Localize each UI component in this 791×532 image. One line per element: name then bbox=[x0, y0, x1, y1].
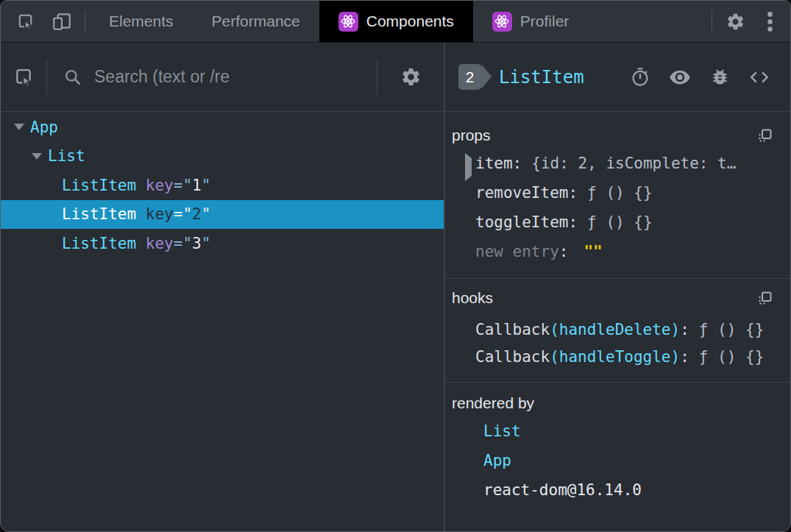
hook-name: (handleToggle) bbox=[550, 348, 680, 366]
gear-icon bbox=[400, 66, 422, 88]
device-toolbar-icon bbox=[52, 11, 72, 32]
react-logo-icon bbox=[492, 12, 512, 32]
props-section: props item:{id: 2, isComplete: t… remove… bbox=[445, 112, 790, 279]
key-attr: key bbox=[146, 235, 174, 252]
devtools-window: Elements Performance Components Profiler bbox=[0, 0, 791, 532]
hook-value: ƒ () {} bbox=[699, 321, 765, 338]
components-panel: App List ListItem key="1" ListItem key="… bbox=[1, 43, 790, 531]
tree-toolbar bbox=[1, 43, 444, 112]
prop-row-new-entry[interactable]: new entry:"" bbox=[445, 237, 790, 266]
tree-row-list[interactable]: List bbox=[1, 142, 444, 171]
hook-row-handledelete[interactable]: Callback(handleDelete):ƒ () {} bbox=[445, 316, 790, 343]
key-attr: key bbox=[146, 177, 174, 194]
rendered-by-react-dom-version: react-dom@16.14.0 bbox=[445, 475, 790, 505]
component-name: ListItem bbox=[62, 177, 136, 194]
more-options-button[interactable] bbox=[753, 1, 786, 42]
rendered-by-app-link[interactable]: App bbox=[445, 446, 790, 475]
inspector-toolbar: 2 ListItem bbox=[445, 43, 790, 112]
prop-row-toggleitem[interactable]: toggleItem:ƒ () {} bbox=[445, 208, 790, 237]
hook-name: (handleDelete) bbox=[550, 321, 680, 338]
hook-row-handletoggle[interactable]: Callback(handleToggle):ƒ () {} bbox=[445, 343, 790, 370]
component-name: ListItem bbox=[62, 235, 136, 252]
eye-icon bbox=[669, 66, 691, 88]
prop-value: ƒ () {} bbox=[587, 213, 653, 231]
component-tree: App List ListItem key="1" ListItem key="… bbox=[1, 112, 444, 531]
tab-label: Components bbox=[366, 13, 454, 30]
bug-icon bbox=[710, 67, 730, 87]
inspect-element-button[interactable] bbox=[7, 1, 43, 42]
inspect-cursor-icon bbox=[15, 12, 35, 32]
search-input[interactable] bbox=[94, 67, 377, 87]
code-brackets-icon bbox=[748, 66, 770, 88]
tab-label: Profiler bbox=[520, 13, 570, 30]
prop-value: {id: 2, isComplete: t… bbox=[531, 155, 736, 172]
key-attr: key bbox=[146, 205, 174, 223]
toggle-device-toolbar-button[interactable] bbox=[43, 1, 80, 42]
copy-icon bbox=[756, 290, 773, 306]
hooks-section: hooks Callback(handleDelete):ƒ () {} Cal… bbox=[445, 279, 790, 383]
component-name: ListItem bbox=[62, 205, 136, 223]
copy-icon bbox=[756, 127, 773, 143]
copy-hooks-button[interactable] bbox=[756, 290, 773, 306]
settings-button[interactable] bbox=[717, 1, 753, 42]
tab-elements[interactable]: Elements bbox=[90, 1, 193, 42]
tab-profiler[interactable]: Profiler bbox=[473, 1, 589, 42]
search-icon bbox=[63, 68, 82, 87]
search-bar bbox=[63, 67, 377, 87]
expander-icon[interactable] bbox=[11, 124, 30, 130]
gear-icon bbox=[726, 12, 745, 32]
expander-icon[interactable] bbox=[461, 158, 472, 176]
devtools-tab-bar: Elements Performance Components Profiler bbox=[1, 1, 790, 43]
prop-row-item[interactable]: item:{id: 2, isComplete: t… bbox=[445, 149, 790, 178]
tab-components[interactable]: Components bbox=[319, 1, 473, 42]
tab-label: Performance bbox=[212, 13, 300, 30]
key-value: 3 bbox=[192, 235, 202, 252]
react-logo-icon bbox=[338, 12, 358, 32]
divider bbox=[46, 60, 47, 95]
prop-value: ƒ () {} bbox=[587, 184, 653, 202]
component-name: App bbox=[30, 118, 58, 136]
hook-value: ƒ () {} bbox=[699, 348, 765, 366]
inspector-panel: 2 ListItem bbox=[445, 43, 790, 531]
props-section-title: props bbox=[452, 127, 491, 144]
tree-row-app[interactable]: App bbox=[1, 113, 444, 142]
hooks-section-title: hooks bbox=[452, 289, 493, 307]
expander-icon[interactable] bbox=[29, 153, 48, 160]
divider bbox=[712, 11, 712, 32]
tree-row-listitem-2-selected[interactable]: ListItem key="2" bbox=[1, 200, 444, 230]
owners-count-badge[interactable]: 2 bbox=[458, 64, 481, 90]
prop-row-removeitem[interactable]: removeItem:ƒ () {} bbox=[445, 178, 790, 208]
tab-label: Elements bbox=[109, 13, 174, 30]
select-component-button[interactable] bbox=[1, 66, 46, 88]
stopwatch-icon bbox=[630, 67, 650, 88]
key-value: 2 bbox=[192, 205, 202, 223]
component-name: List bbox=[48, 147, 85, 165]
copy-props-button[interactable] bbox=[756, 127, 773, 143]
selected-component-title: ListItem bbox=[499, 67, 584, 88]
rendered-by-section-title: rendered by bbox=[452, 394, 534, 412]
key-value: 1 bbox=[192, 177, 202, 194]
inspect-cursor-icon bbox=[13, 66, 35, 88]
kebab-menu-icon bbox=[767, 11, 773, 32]
inspector-body: props item:{id: 2, isComplete: t… remove… bbox=[445, 112, 790, 531]
view-source-button[interactable] bbox=[745, 63, 774, 92]
suspend-toggle-button[interactable] bbox=[625, 63, 655, 92]
rendered-by-section: rendered by List App react-dom@16.14.0 bbox=[445, 383, 790, 517]
tree-row-listitem-3[interactable]: ListItem key="3" bbox=[1, 229, 444, 258]
view-settings-button[interactable] bbox=[377, 66, 444, 88]
component-tree-panel: App List ListItem key="1" ListItem key="… bbox=[1, 43, 445, 531]
editable-value-input[interactable]: "" bbox=[584, 243, 602, 260]
inspect-dom-button[interactable] bbox=[665, 63, 695, 92]
log-to-console-button[interactable] bbox=[705, 63, 734, 92]
tab-performance[interactable]: Performance bbox=[193, 1, 319, 42]
divider bbox=[85, 11, 85, 32]
tree-row-listitem-1[interactable]: ListItem key="1" bbox=[1, 171, 444, 200]
rendered-by-list-link[interactable]: List bbox=[445, 416, 790, 446]
